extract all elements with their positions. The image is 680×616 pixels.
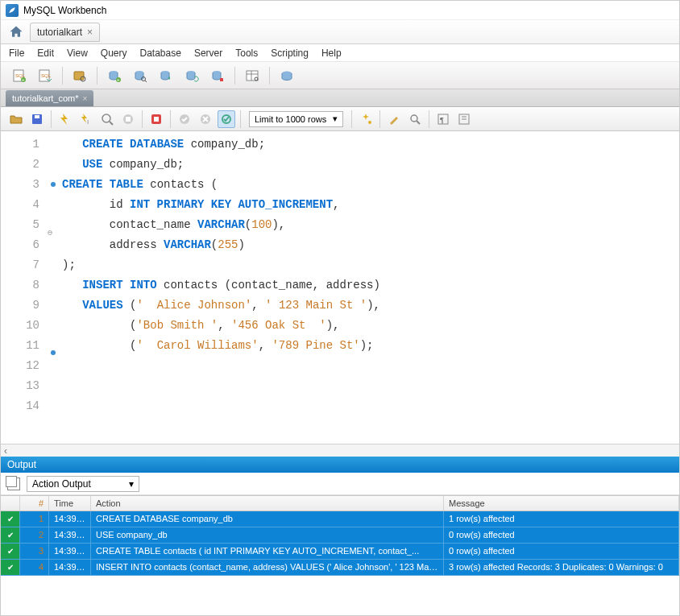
home-icon[interactable]: [7, 23, 25, 41]
code-area[interactable]: CREATE DATABASE company_db; USE company_…: [59, 131, 679, 444]
separator: [351, 110, 352, 128]
main-toolbar: SQL+ SQL +: [1, 62, 679, 89]
svg-point-26: [102, 114, 110, 122]
menu-database[interactable]: Database: [140, 48, 181, 59]
db-add-icon[interactable]: +: [104, 65, 125, 86]
menu-tools[interactable]: Tools: [235, 48, 258, 59]
execute-current-icon[interactable]: I: [77, 110, 95, 128]
status-icon: ✔: [1, 560, 20, 575]
row-action: USE company_db: [91, 527, 444, 543]
commit-icon[interactable]: [176, 110, 193, 128]
output-header: Output: [1, 457, 679, 473]
status-icon: ✔: [1, 544, 20, 559]
app-title: MySQL Workbench: [23, 5, 106, 16]
output-row[interactable]: ✔ 2 14:39:06 USE company_db 0 row(s) aff…: [1, 527, 679, 544]
svg-text:SQL: SQL: [41, 73, 52, 78]
menubar: File Edit View Query Database Server Too…: [1, 44, 679, 62]
separator: [170, 110, 171, 128]
output-grid-header: # Time Action Message: [1, 495, 679, 511]
col-num[interactable]: #: [20, 496, 49, 511]
app-icon: [6, 4, 19, 17]
line-gutter: 1234567891011121314: [1, 131, 48, 444]
inspector-icon[interactable]: [69, 65, 90, 86]
execute-icon[interactable]: [56, 110, 74, 128]
svg-rect-6: [74, 72, 84, 80]
status-icon: ✔: [1, 527, 20, 543]
db-sync-icon[interactable]: [155, 65, 176, 86]
titlebar: MySQL Workbench: [1, 1, 679, 20]
connection-tab[interactable]: tutorialkart ×: [30, 23, 100, 42]
brush-icon[interactable]: [385, 110, 403, 128]
open-sql-icon[interactable]: SQL: [35, 65, 56, 86]
separator: [51, 110, 52, 128]
menu-view[interactable]: View: [67, 48, 88, 59]
separator: [240, 110, 241, 128]
output-type-select[interactable]: Action Output ▾: [27, 476, 139, 492]
output-type-label: Action Output: [32, 478, 91, 490]
row-num: 3: [20, 544, 49, 559]
db-search-icon[interactable]: [130, 65, 151, 86]
separator: [269, 67, 270, 85]
explain-icon[interactable]: [98, 110, 116, 128]
menu-help[interactable]: Help: [321, 48, 342, 59]
menu-edit[interactable]: Edit: [37, 48, 54, 59]
row-num: 2: [20, 527, 49, 543]
row-time: 14:39:06: [49, 511, 91, 527]
row-num: 1: [20, 511, 49, 527]
menu-server[interactable]: Server: [194, 48, 222, 59]
chevron-down-icon: ▾: [333, 114, 338, 124]
menu-file[interactable]: File: [9, 48, 24, 59]
autocommit-icon[interactable]: [218, 110, 235, 128]
output-row[interactable]: ✔ 1 14:39:06 CREATE DATABASE company_db …: [1, 511, 679, 527]
svg-rect-17: [220, 78, 223, 81]
editor-scrollbar[interactable]: ‹: [1, 444, 679, 457]
limit-label: Limit to 1000 rows: [255, 114, 326, 124]
db-stop-icon[interactable]: [207, 65, 228, 86]
db-refresh-icon[interactable]: [181, 65, 202, 86]
separator: [142, 110, 143, 128]
row-action: CREATE DATABASE company_db: [91, 511, 444, 527]
open-file-icon[interactable]: [7, 110, 25, 128]
rollback-icon[interactable]: [197, 110, 214, 128]
new-sql-icon[interactable]: SQL+: [9, 65, 30, 86]
menu-scripting[interactable]: Scripting: [271, 48, 309, 59]
dashboard-icon[interactable]: [276, 65, 297, 86]
row-time: 14:39:06: [49, 544, 91, 559]
svg-rect-24: [35, 115, 39, 118]
row-message: 1 row(s) affected: [444, 511, 679, 527]
svg-rect-31: [154, 117, 159, 122]
wrap-icon[interactable]: ¶: [434, 110, 452, 128]
col-time[interactable]: Time: [49, 496, 91, 511]
row-time: 14:39:06: [49, 560, 91, 575]
output-row[interactable]: ✔ 4 14:39:06 INSERT INTO contacts (conta…: [1, 560, 679, 576]
stop-icon[interactable]: [119, 110, 137, 128]
svg-rect-29: [126, 117, 131, 122]
close-icon[interactable]: ×: [83, 94, 88, 103]
find-icon[interactable]: [406, 110, 424, 128]
output-row[interactable]: ✔ 3 14:39:06 CREATE TABLE contacts ( id …: [1, 544, 679, 560]
row-action: CREATE TABLE contacts ( id INT PRIMARY K…: [91, 544, 444, 559]
row-message: 0 row(s) affected: [444, 527, 679, 543]
col-message[interactable]: Message: [444, 496, 679, 511]
copy-icon[interactable]: [7, 478, 20, 490]
row-num: 4: [20, 560, 49, 575]
limit-rows-select[interactable]: Limit to 1000 rows ▾: [249, 111, 343, 127]
file-tab[interactable]: tutorialkart_com* ×: [6, 90, 93, 106]
col-action[interactable]: Action: [91, 496, 444, 511]
invisible-chars-icon[interactable]: [455, 110, 473, 128]
beautify-icon[interactable]: [357, 110, 375, 128]
chevron-down-icon: ▾: [129, 478, 134, 490]
sql-editor[interactable]: 1234567891011121314 ⊖ CREATE DATABASE co…: [1, 131, 679, 444]
svg-line-27: [110, 122, 113, 125]
save-icon[interactable]: [28, 110, 46, 128]
menu-query[interactable]: Query: [101, 48, 127, 59]
close-icon[interactable]: ×: [87, 27, 93, 38]
table-data-icon[interactable]: [242, 65, 263, 86]
stop-on-error-icon[interactable]: [147, 110, 165, 128]
svg-rect-18: [247, 71, 258, 81]
row-time: 14:39:06: [49, 527, 91, 543]
svg-text:+: +: [117, 77, 120, 82]
separator: [379, 110, 380, 128]
svg-point-36: [411, 115, 417, 122]
file-tabbar: tutorialkart_com* ×: [1, 89, 679, 107]
